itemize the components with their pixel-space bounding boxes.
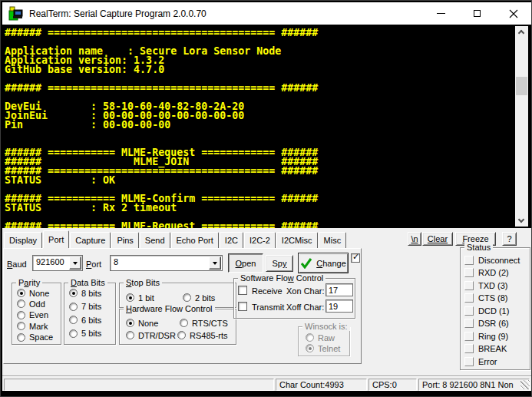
tab-display[interactable]: Display (4, 232, 42, 248)
ring-led (464, 332, 474, 341)
scroll-up-icon[interactable] (518, 30, 524, 36)
close-button[interactable] (495, 2, 531, 25)
app-icon (8, 6, 23, 21)
rxd-led (464, 268, 474, 277)
tab-echo-port[interactable]: Echo Port (171, 232, 219, 248)
scroll-down-icon[interactable] (518, 217, 524, 223)
error-led (464, 357, 474, 366)
char-count: Char Count:4993 (276, 379, 367, 391)
minimize-button[interactable] (423, 2, 459, 25)
statusbar-empty-section (4, 379, 274, 391)
tab-capture[interactable]: Capture (70, 232, 111, 248)
tab-misc[interactable]: Misc (319, 232, 347, 248)
minimize-icon (437, 13, 445, 14)
help-button[interactable]: ? (502, 232, 517, 246)
status-bar: Char Count:4993 CPS:0 Port: 8 921600 8N1… (2, 375, 531, 391)
dsr-led (464, 319, 474, 328)
realterm-window: RealTerm: Serial Capture Program 2.0.0.7… (0, 0, 532, 397)
tab-send[interactable]: Send (140, 232, 170, 248)
tab-i2c[interactable]: I2C (220, 232, 243, 248)
window-title: RealTerm: Serial Capture Program 2.0.0.7… (29, 8, 207, 19)
terminal-text: ###### =================================… (5, 28, 318, 228)
maximize-icon (474, 10, 481, 17)
tab-pins[interactable]: Pins (111, 232, 138, 248)
status-txd: TXD (3) (464, 280, 530, 290)
tab-port[interactable]: Port (43, 230, 69, 248)
status-group-label: Status (464, 243, 493, 252)
control-panel: Display Port Capture Pins Send Echo Port… (2, 228, 531, 391)
tab-i2c-2[interactable]: I2C-2 (244, 232, 276, 248)
status-error: Error (464, 356, 530, 366)
txd-led (464, 281, 474, 290)
disconnect-led[interactable] (464, 256, 474, 265)
status-ring: Ring (9) (464, 331, 530, 341)
tab-i2cmisc[interactable]: I2CMisc (276, 232, 318, 248)
status-dsr: DSR (6) (464, 319, 530, 329)
port-tab-page (3, 248, 362, 364)
status-dcd: DCD (1) (464, 306, 530, 316)
resize-grip-icon[interactable] (520, 380, 530, 389)
cts-led (464, 293, 474, 303)
break-led (464, 344, 474, 353)
terminal-output[interactable]: ###### =================================… (2, 25, 531, 228)
dcd-led (464, 306, 474, 316)
terminal-scrollbar[interactable] (515, 26, 528, 227)
maximize-button[interactable] (459, 2, 495, 25)
scrollbar-thumb[interactable] (516, 77, 527, 95)
close-icon (509, 9, 518, 18)
port-status: Port: 8 921600 8N1 Non (418, 379, 530, 391)
tab-strip: Display Port Capture Pins Send Echo Port… (4, 230, 347, 248)
newline-button[interactable]: \n (408, 232, 421, 246)
status-disconnect: Disconnect (464, 255, 530, 265)
cps-indicator: CPS:0 (368, 379, 417, 391)
status-cts: CTS (8) (464, 293, 530, 303)
status-break: BREAK (464, 344, 530, 354)
status-rxd: RXD (2) (464, 268, 530, 278)
status-group: Status Disconnect RXD (2) TXD (3) CTS (8… (460, 247, 530, 370)
clear-button[interactable]: Clear (422, 232, 453, 246)
titlebar[interactable]: RealTerm: Serial Capture Program 2.0.0.7… (2, 2, 531, 25)
